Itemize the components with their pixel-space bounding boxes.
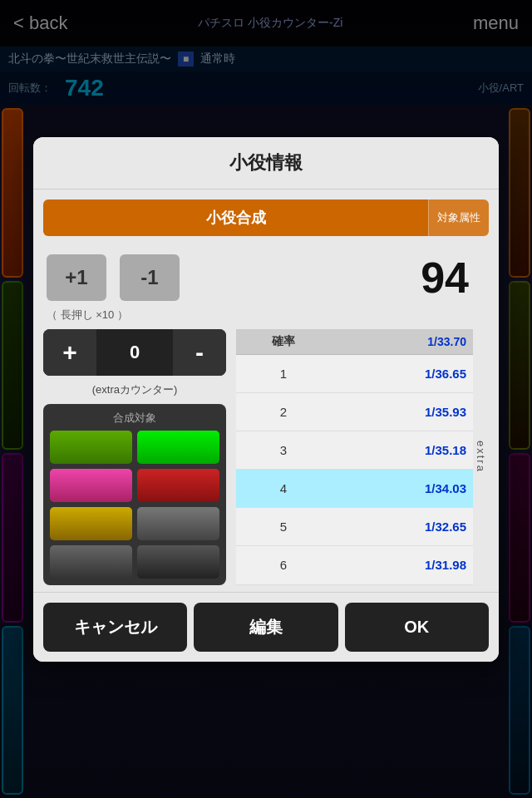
extra-vertical-label: extra <box>473 329 489 585</box>
prob-col-header-val: 1/33.70 <box>331 329 473 355</box>
middle-row: + 0 - (extraカウンター) 合成対象 <box>33 329 499 585</box>
row-prob: 1/35.18 <box>331 431 473 469</box>
edit-button[interactable]: 編集 <box>194 603 337 652</box>
orange-main-label: 小役合成 <box>43 200 428 236</box>
color-cell-8[interactable] <box>137 545 219 579</box>
modal-header: 小役情報 <box>33 137 499 190</box>
color-cell-6[interactable] <box>137 507 219 540</box>
table-row[interactable]: 3 1/35.18 <box>236 431 473 469</box>
orange-tag-label: 対象属性 <box>428 200 489 236</box>
row-num: 6 <box>236 546 331 584</box>
modal-footer: キャンセル 編集 OK <box>33 592 499 662</box>
stepper-plus-button[interactable]: +1 <box>47 254 106 301</box>
row-prob: 1/36.65 <box>331 354 473 392</box>
color-cell-2[interactable] <box>137 431 219 464</box>
row-prob: 1/34.03 <box>331 469 473 507</box>
color-cell-7[interactable] <box>50 545 132 579</box>
row-num: 5 <box>236 508 331 546</box>
counter-section: +1 -1 94 <box>33 246 499 306</box>
cancel-button[interactable]: キャンセル <box>43 603 187 652</box>
prob-table: 確率 1/33.70 1 1/36.65 2 1/35.93 3 1/35.18… <box>236 329 473 585</box>
row-prob: 1/31.98 <box>331 546 473 584</box>
row-prob: 1/32.65 <box>331 508 473 546</box>
table-row[interactable]: 6 1/31.98 <box>236 546 473 584</box>
row-num: 3 <box>236 431 331 469</box>
table-row[interactable]: 1 1/36.65 <box>236 354 473 392</box>
color-grid <box>50 431 219 579</box>
color-cell-4[interactable] <box>137 469 219 502</box>
extra-counter-label: (extraカウンター) <box>43 382 226 397</box>
color-cell-3[interactable] <box>50 469 132 502</box>
row-prob: 1/35.93 <box>331 392 473 431</box>
prob-col-header-num: 確率 <box>236 329 331 355</box>
table-row[interactable]: 5 1/32.65 <box>236 508 473 546</box>
row-num: 1 <box>236 354 331 392</box>
extra-value-display: 0 <box>96 342 173 363</box>
color-cell-5[interactable] <box>50 507 132 540</box>
table-row[interactable]: 4 1/34.03 <box>236 469 473 507</box>
prob-table-wrap: 確率 1/33.70 1 1/36.65 2 1/35.93 3 1/35.18… <box>236 329 489 585</box>
table-row[interactable]: 2 1/35.93 <box>236 392 473 431</box>
color-grid-label: 合成対象 <box>50 411 219 426</box>
row-num: 4 <box>236 469 331 507</box>
extra-minus-button[interactable]: - <box>173 329 226 376</box>
color-grid-section: 合成対象 <box>43 404 226 585</box>
big-value-display: 94 <box>421 253 469 303</box>
extra-counter-row: + 0 - <box>43 329 226 376</box>
row-num: 2 <box>236 392 331 431</box>
modal-dialog: 小役情報 小役合成 対象属性 +1 -1 94 （ 長押し ×10 ） + 0 … <box>33 137 499 662</box>
modal-overlay: 小役情報 小役合成 対象属性 +1 -1 94 （ 長押し ×10 ） + 0 … <box>0 0 532 798</box>
ok-button[interactable]: OK <box>345 603 489 652</box>
modal-title: 小役情報 <box>229 152 303 173</box>
stepper-minus-button[interactable]: -1 <box>120 254 180 301</box>
extra-plus-button[interactable]: + <box>43 329 96 376</box>
extra-left-panel: + 0 - (extraカウンター) 合成対象 <box>43 329 226 585</box>
orange-header: 小役合成 対象属性 <box>43 200 489 236</box>
color-cell-1[interactable] <box>50 431 132 464</box>
long-press-hint: （ 長押し ×10 ） <box>33 306 499 329</box>
